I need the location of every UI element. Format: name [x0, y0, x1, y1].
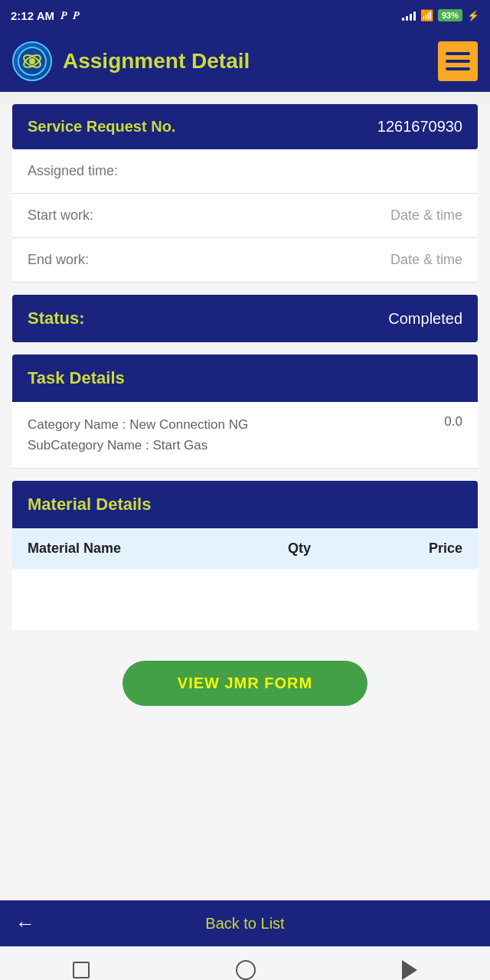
hamburger-line-1 — [446, 52, 470, 55]
info-section: Assigned time: Start work: Date & time E… — [12, 149, 478, 283]
material-name-col: Material Name — [28, 541, 245, 557]
task-details-section: Task Details Category Name : New Connect… — [0, 354, 490, 469]
back-arrow-button[interactable]: ← — [15, 912, 35, 936]
assigned-time-row: Assigned time: — [12, 149, 478, 194]
charging-icon: ⚡ — [467, 10, 479, 21]
bottom-nav: ← Back to List — [0, 900, 490, 946]
assigned-time-label: Assigned time: — [28, 163, 118, 179]
home-button[interactable] — [236, 960, 256, 980]
service-request-bar: Service Request No. 1261670930 — [12, 104, 478, 149]
start-work-value: Date & time — [390, 207, 462, 224]
hamburger-line-2 — [446, 60, 470, 63]
task-details-header: Task Details — [12, 354, 478, 402]
app-logo — [12, 41, 52, 81]
back-button[interactable] — [402, 960, 417, 980]
task-details-title: Task Details — [28, 368, 125, 387]
time-display: 2:12 AM — [11, 9, 54, 22]
material-details-section: Material Details Material Name Qty Price — [12, 481, 478, 630]
status-bar-left: 2:12 AM 𝑃 𝑃 — [11, 9, 79, 22]
page-title: Assignment Detail — [63, 49, 250, 74]
view-jmr-container: VIEW JMR FORM — [12, 661, 478, 706]
system-nav-bar — [0, 946, 490, 980]
service-request-number: 1261670930 — [377, 118, 462, 136]
status-bar-right: 📶 93% ⚡ — [402, 9, 479, 21]
task-category-text: Category Name : New Connection NG SubCat… — [28, 414, 248, 456]
content-area: Service Request No. 1261670930 Assigned … — [0, 104, 490, 900]
svg-point-3 — [29, 58, 35, 64]
start-work-label: Start work: — [28, 207, 93, 224]
category-name: Category Name : New Connection NG — [28, 417, 248, 432]
task-details-body: Category Name : New Connection NG SubCat… — [12, 402, 478, 469]
material-details-title: Material Details — [28, 495, 151, 514]
p-icon-2: 𝑃 — [73, 9, 79, 22]
material-price-col: Price — [354, 541, 462, 557]
wifi-icon: 📶 — [420, 9, 433, 21]
recent-apps-button[interactable] — [73, 962, 90, 978]
service-request-label: Service Request No. — [28, 118, 175, 136]
subcategory-name: SubCategory Name : Start Gas — [28, 438, 207, 452]
start-work-row: Start work: Date & time — [12, 194, 478, 238]
material-qty-col: Qty — [245, 541, 354, 557]
end-work-label: End work: — [28, 252, 89, 268]
view-jmr-button[interactable]: VIEW JMR FORM — [122, 661, 368, 706]
task-category-info: Category Name : New Connection NG SubCat… — [28, 414, 462, 456]
header-left: Assignment Detail — [12, 41, 250, 81]
battery-icon: 93% — [438, 9, 462, 21]
hamburger-line-3 — [446, 67, 470, 70]
material-details-header: Material Details — [12, 481, 478, 528]
end-work-value: Date & time — [390, 252, 462, 268]
p-icon-1: 𝑃 — [60, 9, 67, 22]
material-table-header: Material Name Qty Price — [12, 528, 478, 569]
status-bar: 2:12 AM 𝑃 𝑃 📶 93% ⚡ — [0, 0, 490, 31]
status-value: Completed — [388, 310, 462, 328]
back-to-list-button[interactable]: Back to List — [205, 915, 284, 933]
end-work-row: End work: Date & time — [12, 238, 478, 282]
status-label: Status: — [28, 309, 85, 328]
signal-icon — [402, 10, 416, 21]
menu-button[interactable] — [438, 41, 478, 81]
app-header: Assignment Detail — [0, 31, 490, 92]
status-section: Status: Completed — [12, 295, 478, 342]
material-table-body — [12, 569, 478, 630]
task-value: 0.0 — [444, 414, 462, 430]
